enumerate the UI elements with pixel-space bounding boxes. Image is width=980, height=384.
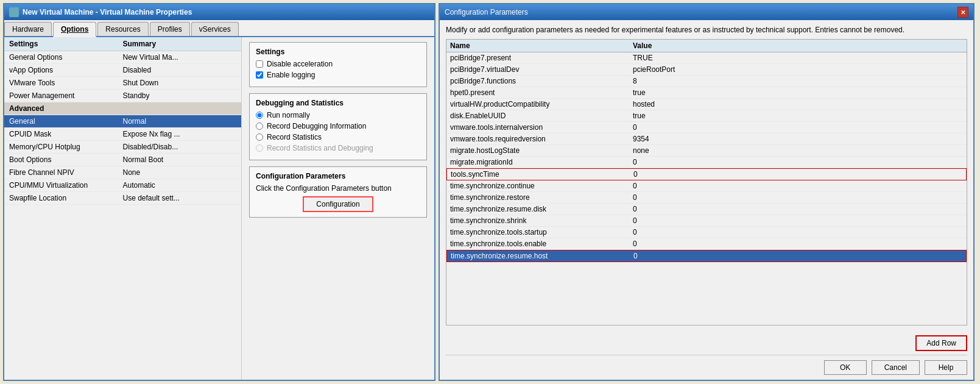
params-row[interactable]: time.synchronize.shrink0 (446, 215, 967, 227)
radio-record-stats[interactable] (256, 133, 263, 141)
param-name: time.synchronize.restore (450, 193, 633, 202)
settings-row-value: Use default sett... (123, 194, 237, 202)
radio-record-stats-row: Record Statistics (256, 133, 420, 141)
param-name: pciBridge7.present (450, 54, 633, 62)
left-window-title: New Virtual Machine - Virtual Machine Pr… (23, 8, 429, 16)
param-name: disk.EnableUUID (450, 112, 633, 120)
param-value: 8 (633, 77, 963, 85)
tab-vservices[interactable]: vServices (191, 22, 239, 36)
params-row[interactable]: time.synchronize.tools.startup0 (446, 227, 967, 238)
settings-header: Settings Summary (4, 37, 241, 51)
debug-section: Debugging and Statistics Run normally Re… (249, 93, 427, 160)
param-value: true (633, 112, 963, 120)
close-button[interactable]: ✕ (957, 7, 968, 18)
settings-pane: Settings Summary General OptionsNew Virt… (4, 37, 242, 380)
tab-hardware[interactable]: Hardware (4, 22, 52, 36)
params-row[interactable]: pciBridge7.virtualDevpcieRootPort (446, 64, 967, 76)
tab-options[interactable]: Options (53, 22, 96, 37)
param-value: 9354 (633, 135, 963, 143)
params-row[interactable]: time.synchronize.resume.disk0 (446, 204, 967, 215)
param-name: vmware.tools.internalversion (450, 123, 633, 132)
settings-row-label: vApp Options (9, 66, 123, 74)
param-name: time.synchronize.tools.enable (450, 240, 633, 248)
settings-row-label: Boot Options (9, 155, 123, 164)
param-value: 0 (633, 216, 963, 225)
settings-row[interactable]: GeneralNormal (4, 115, 241, 128)
checkbox-disable-accel[interactable] (256, 60, 263, 68)
param-name: virtualHW.productCompatibility (450, 100, 633, 108)
params-row[interactable]: vmware.tools.requiredversion9354 (446, 133, 967, 145)
config-section-title: Configuration Parameters (256, 172, 420, 180)
right-title-bar: Configuration Parameters ✕ (440, 4, 973, 20)
param-value: none (633, 146, 963, 155)
params-row[interactable]: pciBridge7.presentTRUE (446, 52, 967, 64)
param-value: 0 (633, 170, 962, 179)
param-name: tools.syncTime (451, 170, 633, 179)
tab-profiles[interactable]: Profiles (150, 22, 190, 36)
settings-row[interactable]: Memory/CPU HotplugDisabled/Disab... (4, 141, 241, 154)
settings-row-label: Swapfile Location (9, 194, 123, 202)
left-window: New Virtual Machine - Virtual Machine Pr… (3, 3, 435, 381)
settings-row-label: Power Management (9, 91, 123, 100)
radio-run-normally-row: Run normally (256, 111, 420, 119)
settings-row[interactable]: VMware ToolsShut Down (4, 77, 241, 90)
params-row[interactable]: virtualHW.productCompatibilityhosted (446, 99, 967, 110)
param-name: migrate.migrationId (450, 158, 633, 166)
settings-row-value: New Virtual Ma... (123, 53, 237, 62)
cancel-button[interactable]: Cancel (872, 360, 920, 375)
section-label: Advanced (9, 104, 236, 113)
settings-row[interactable]: CPU/MMU VirtualizationAutomatic (4, 179, 241, 192)
checkbox-enable-logging[interactable] (256, 71, 263, 79)
params-row[interactable]: time.synchronize.continue0 (446, 180, 967, 192)
param-name: hpet0.present (450, 88, 633, 97)
settings-row[interactable]: Fibre Channel NPIVNone (4, 166, 241, 179)
param-name: pciBridge7.virtualDev (450, 65, 633, 74)
settings-rows-container: General OptionsNew Virtual Ma...vApp Opt… (4, 51, 241, 205)
radio-run-normally-label: Run normally (267, 111, 310, 119)
settings-row[interactable]: Power ManagementStandby (4, 90, 241, 102)
settings-row[interactable]: Boot OptionsNormal Boot (4, 154, 241, 166)
configuration-button[interactable]: Configuration (303, 196, 373, 212)
settings-row[interactable]: Swapfile LocationUse default sett... (4, 192, 241, 205)
param-name: time.synchronize.continue (450, 182, 633, 190)
params-row[interactable]: time.synchronize.resume.host0 (446, 250, 967, 262)
settings-row-label: Memory/CPU Hotplug (9, 143, 123, 151)
ok-button[interactable]: OK (824, 360, 867, 375)
params-row[interactable]: disk.EnableUUIDtrue (446, 110, 967, 122)
radio-record-debug-row: Record Debugging Information (256, 122, 420, 130)
config-button-row: Configuration (256, 196, 420, 212)
settings-row-value: Standby (123, 91, 237, 100)
settings-section: Settings Disable acceleration Enable log… (249, 42, 427, 87)
params-row[interactable]: vmware.tools.internalversion0 (446, 122, 967, 133)
params-row[interactable]: tools.syncTime0 (446, 168, 967, 180)
params-table: Name Value pciBridge7.presentTRUEpciBrid… (446, 39, 967, 325)
settings-row[interactable]: vApp OptionsDisabled (4, 64, 241, 77)
radio-run-normally[interactable] (256, 112, 263, 119)
help-button[interactable]: Help (925, 360, 967, 375)
params-row[interactable]: pciBridge7.functions8 (446, 76, 967, 87)
description-text: Modify or add configuration parameters a… (446, 25, 967, 35)
param-value: pcieRootPort (633, 65, 963, 74)
radio-record-debug[interactable] (256, 123, 263, 130)
settings-row[interactable]: General OptionsNew Virtual Ma... (4, 51, 241, 64)
params-row[interactable]: migrate.migrationId0 (446, 157, 967, 168)
param-value: 0 (633, 123, 963, 132)
settings-row-value: Normal (123, 117, 237, 126)
params-row[interactable]: time.synchronize.tools.enable0 (446, 238, 967, 250)
add-row-button[interactable]: Add Row (915, 335, 967, 351)
settings-row-label: CPU/MMU Virtualization (9, 181, 123, 190)
tab-resources[interactable]: Resources (97, 22, 148, 36)
param-name: time.synchronize.resume.disk (450, 205, 633, 213)
options-pane: Settings Disable acceleration Enable log… (242, 37, 434, 380)
right-window-title: Configuration Parameters (445, 8, 528, 16)
settings-row-label: General (9, 117, 123, 126)
radio-record-both[interactable] (256, 144, 263, 152)
params-table-scroll[interactable]: pciBridge7.presentTRUEpciBridge7.virtual… (446, 52, 967, 325)
settings-row[interactable]: CPUID MaskExpose Nx flag ... (4, 128, 241, 141)
params-row[interactable]: migrate.hostLogStatenone (446, 145, 967, 157)
params-row[interactable]: hpet0.presenttrue (446, 87, 967, 99)
param-value: 0 (633, 205, 963, 213)
params-table-header: Name Value (446, 40, 967, 52)
settings-row-label: Fibre Channel NPIV (9, 168, 123, 177)
params-row[interactable]: time.synchronize.restore0 (446, 192, 967, 204)
